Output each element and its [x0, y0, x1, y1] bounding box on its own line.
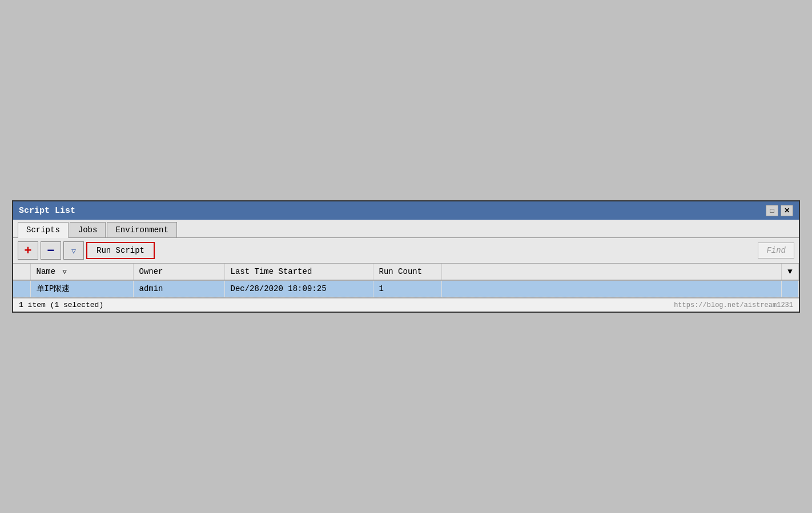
row-owner-cell: admin — [133, 280, 224, 297]
col-header-name[interactable]: Name ▽ — [30, 264, 133, 280]
title-bar-controls: □ ✕ — [766, 205, 793, 216]
row-run-count-cell: 1 — [373, 280, 441, 297]
table-row[interactable]: 单IP限速 admin Dec/28/2020 18:09:25 1 — [13, 280, 799, 297]
col-header-checkbox — [13, 264, 30, 280]
status-bar: 1 item (1 selected) https://blog.net/ais… — [13, 298, 799, 312]
row-extra-cell — [441, 280, 782, 297]
tab-environment[interactable]: Environment — [107, 222, 176, 237]
row-name-cell: 单IP限速 — [30, 280, 133, 297]
add-button[interactable]: + — [18, 241, 38, 260]
sort-arrow-icon: ▽ — [63, 268, 67, 276]
remove-button[interactable]: − — [41, 241, 61, 260]
column-dropdown-icon: ▼ — [787, 267, 792, 276]
table-header-row: Name ▽ Owner Last Time Started Run Count — [13, 264, 799, 280]
col-header-extra — [441, 264, 782, 280]
table-body: 单IP限速 admin Dec/28/2020 18:09:25 1 — [13, 280, 799, 297]
status-text: 1 item (1 selected) — [19, 301, 103, 309]
row-dropdown-cell — [782, 280, 799, 297]
col-header-run-count[interactable]: Run Count — [373, 264, 441, 280]
filter-icon: ▿ — [71, 245, 76, 256]
tab-jobs[interactable]: Jobs — [70, 222, 106, 237]
close-button[interactable]: ✕ — [781, 205, 793, 216]
maximize-button[interactable]: □ — [766, 205, 778, 216]
toolbar: + − ▿ Run Script Find — [13, 238, 799, 264]
title-bar: Script List □ ✕ — [13, 201, 799, 220]
tab-scripts[interactable]: Scripts — [18, 222, 69, 238]
find-button[interactable]: Find — [758, 243, 794, 258]
col-header-last-time-started[interactable]: Last Time Started — [224, 264, 373, 280]
row-last-time-cell: Dec/28/2020 18:09:25 — [224, 280, 373, 297]
filter-button[interactable]: ▿ — [63, 241, 84, 260]
table-container: Name ▽ Owner Last Time Started Run Count — [13, 264, 799, 298]
col-header-dropdown[interactable]: ▼ — [782, 264, 799, 280]
script-list-window: Script List □ ✕ Scripts Jobs Environment… — [12, 200, 800, 313]
scripts-table: Name ▽ Owner Last Time Started Run Count — [13, 264, 799, 297]
col-header-owner[interactable]: Owner — [133, 264, 224, 280]
tab-bar: Scripts Jobs Environment — [13, 220, 799, 238]
window-title: Script List — [19, 206, 75, 216]
row-checkbox-cell — [13, 280, 30, 297]
run-script-button[interactable]: Run Script — [86, 242, 155, 259]
status-url: https://blog.net/aistream1231 — [674, 301, 793, 309]
